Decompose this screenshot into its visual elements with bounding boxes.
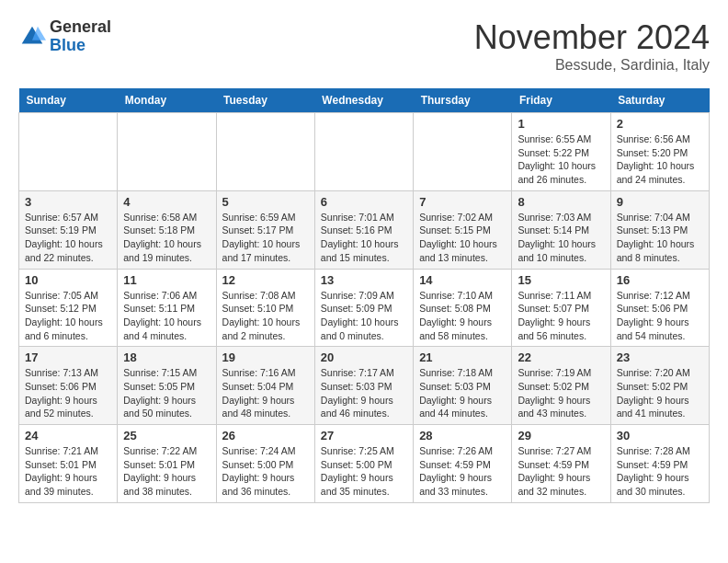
- calendar-cell: 23Sunrise: 7:20 AM Sunset: 5:02 PM Dayli…: [610, 347, 709, 425]
- weekday-header-thursday: Thursday: [414, 88, 512, 113]
- calendar-cell: 27Sunrise: 7:25 AM Sunset: 5:00 PM Dayli…: [314, 425, 413, 503]
- day-info: Sunrise: 7:10 AM Sunset: 5:08 PM Dayligh…: [419, 289, 506, 343]
- day-info: Sunrise: 7:17 AM Sunset: 5:03 PM Dayligh…: [321, 366, 407, 420]
- title-section: November 2024 Bessude, Sardinia, Italy: [474, 18, 710, 74]
- calendar-cell: 19Sunrise: 7:16 AM Sunset: 5:04 PM Dayli…: [216, 347, 314, 425]
- calendar-cell: 24Sunrise: 7:21 AM Sunset: 5:01 PM Dayli…: [19, 425, 118, 503]
- calendar-cell: 9Sunrise: 7:04 AM Sunset: 5:13 PM Daylig…: [610, 190, 709, 269]
- day-number: 23: [617, 350, 703, 364]
- calendar: SundayMondayTuesdayWednesdayThursdayFrid…: [18, 88, 710, 503]
- calendar-cell: 25Sunrise: 7:22 AM Sunset: 5:01 PM Dayli…: [118, 425, 216, 503]
- day-number: 19: [222, 350, 309, 364]
- calendar-cell: 15Sunrise: 7:11 AM Sunset: 5:07 PM Dayli…: [512, 269, 610, 347]
- weekday-header-saturday: Saturday: [610, 88, 709, 113]
- calendar-cell: 8Sunrise: 7:03 AM Sunset: 5:14 PM Daylig…: [512, 190, 610, 269]
- day-number: 5: [222, 195, 309, 209]
- calendar-cell: 20Sunrise: 7:17 AM Sunset: 5:03 PM Dayli…: [314, 347, 413, 425]
- day-number: 13: [321, 273, 407, 287]
- header: General Blue November 2024 Bessude, Sard…: [18, 18, 710, 74]
- day-info: Sunrise: 7:21 AM Sunset: 5:01 PM Dayligh…: [25, 444, 111, 499]
- day-number: 16: [617, 273, 703, 287]
- weekday-header-tuesday: Tuesday: [216, 88, 314, 113]
- day-info: Sunrise: 7:15 AM Sunset: 5:05 PM Dayligh…: [123, 366, 210, 420]
- day-number: 27: [321, 429, 407, 442]
- day-info: Sunrise: 7:20 AM Sunset: 5:02 PM Dayligh…: [617, 366, 703, 420]
- calendar-cell: [19, 113, 118, 191]
- logo-icon: [18, 23, 46, 51]
- weekday-header-friday: Friday: [512, 88, 610, 113]
- calendar-week-4: 17Sunrise: 7:13 AM Sunset: 5:06 PM Dayli…: [19, 347, 710, 425]
- day-number: 22: [518, 350, 604, 364]
- location: Bessude, Sardinia, Italy: [474, 57, 710, 74]
- calendar-cell: 5Sunrise: 6:59 AM Sunset: 5:17 PM Daylig…: [216, 190, 314, 269]
- day-number: 28: [419, 429, 506, 442]
- day-number: 14: [419, 273, 506, 287]
- calendar-cell: 14Sunrise: 7:10 AM Sunset: 5:08 PM Dayli…: [414, 269, 512, 347]
- calendar-cell: 21Sunrise: 7:18 AM Sunset: 5:03 PM Dayli…: [414, 347, 512, 425]
- day-number: 4: [123, 195, 210, 209]
- day-info: Sunrise: 7:09 AM Sunset: 5:09 PM Dayligh…: [321, 289, 407, 343]
- calendar-cell: 22Sunrise: 7:19 AM Sunset: 5:02 PM Dayli…: [512, 347, 610, 425]
- day-info: Sunrise: 6:56 AM Sunset: 5:20 PM Dayligh…: [617, 132, 703, 187]
- calendar-cell: 12Sunrise: 7:08 AM Sunset: 5:10 PM Dayli…: [216, 269, 314, 347]
- day-number: 3: [25, 195, 111, 209]
- day-info: Sunrise: 6:57 AM Sunset: 5:19 PM Dayligh…: [25, 211, 111, 265]
- day-number: 25: [123, 429, 210, 442]
- logo-blue-text: Blue: [50, 37, 111, 55]
- calendar-week-5: 24Sunrise: 7:21 AM Sunset: 5:01 PM Dayli…: [19, 425, 710, 503]
- calendar-week-1: 1Sunrise: 6:55 AM Sunset: 5:22 PM Daylig…: [19, 113, 710, 191]
- calendar-cell: [414, 113, 512, 191]
- calendar-cell: 6Sunrise: 7:01 AM Sunset: 5:16 PM Daylig…: [314, 190, 413, 269]
- calendar-cell: [216, 113, 314, 191]
- day-number: 8: [518, 195, 604, 209]
- calendar-cell: 29Sunrise: 7:27 AM Sunset: 4:59 PM Dayli…: [512, 425, 610, 503]
- day-number: 29: [518, 429, 604, 442]
- day-info: Sunrise: 7:26 AM Sunset: 4:59 PM Dayligh…: [419, 444, 506, 499]
- logo: General Blue: [18, 18, 111, 55]
- calendar-cell: 18Sunrise: 7:15 AM Sunset: 5:05 PM Dayli…: [118, 347, 216, 425]
- day-info: Sunrise: 7:12 AM Sunset: 5:06 PM Dayligh…: [617, 289, 703, 343]
- day-number: 1: [518, 117, 604, 131]
- weekday-header-monday: Monday: [118, 88, 216, 113]
- day-info: Sunrise: 7:18 AM Sunset: 5:03 PM Dayligh…: [419, 366, 506, 420]
- calendar-cell: 1Sunrise: 6:55 AM Sunset: 5:22 PM Daylig…: [512, 113, 610, 191]
- month-title: November 2024: [474, 18, 710, 57]
- day-info: Sunrise: 7:05 AM Sunset: 5:12 PM Dayligh…: [25, 289, 111, 343]
- day-number: 15: [518, 273, 604, 287]
- day-number: 2: [617, 117, 703, 131]
- calendar-week-2: 3Sunrise: 6:57 AM Sunset: 5:19 PM Daylig…: [19, 190, 710, 269]
- calendar-cell: 4Sunrise: 6:58 AM Sunset: 5:18 PM Daylig…: [118, 190, 216, 269]
- day-info: Sunrise: 7:22 AM Sunset: 5:01 PM Dayligh…: [123, 444, 210, 499]
- calendar-cell: 2Sunrise: 6:56 AM Sunset: 5:20 PM Daylig…: [610, 113, 709, 191]
- day-info: Sunrise: 7:06 AM Sunset: 5:11 PM Dayligh…: [123, 289, 210, 343]
- day-number: 30: [617, 429, 703, 442]
- day-number: 9: [617, 195, 703, 209]
- day-info: Sunrise: 7:16 AM Sunset: 5:04 PM Dayligh…: [222, 366, 309, 420]
- day-info: Sunrise: 7:25 AM Sunset: 5:00 PM Dayligh…: [321, 444, 407, 499]
- day-info: Sunrise: 6:55 AM Sunset: 5:22 PM Dayligh…: [518, 132, 604, 187]
- day-number: 11: [123, 273, 210, 287]
- calendar-cell: 26Sunrise: 7:24 AM Sunset: 5:00 PM Dayli…: [216, 425, 314, 503]
- day-info: Sunrise: 7:08 AM Sunset: 5:10 PM Dayligh…: [222, 289, 309, 343]
- day-info: Sunrise: 6:59 AM Sunset: 5:17 PM Dayligh…: [222, 211, 309, 265]
- calendar-cell: 30Sunrise: 7:28 AM Sunset: 4:59 PM Dayli…: [610, 425, 709, 503]
- day-info: Sunrise: 7:02 AM Sunset: 5:15 PM Dayligh…: [419, 211, 506, 265]
- calendar-cell: 7Sunrise: 7:02 AM Sunset: 5:15 PM Daylig…: [414, 190, 512, 269]
- logo-general-text: General: [50, 18, 111, 37]
- day-info: Sunrise: 7:28 AM Sunset: 4:59 PM Dayligh…: [617, 444, 703, 499]
- calendar-cell: [118, 113, 216, 191]
- calendar-cell: 13Sunrise: 7:09 AM Sunset: 5:09 PM Dayli…: [314, 269, 413, 347]
- day-number: 24: [25, 429, 111, 442]
- day-info: Sunrise: 7:03 AM Sunset: 5:14 PM Dayligh…: [518, 211, 604, 265]
- day-info: Sunrise: 7:19 AM Sunset: 5:02 PM Dayligh…: [518, 366, 604, 420]
- day-info: Sunrise: 7:01 AM Sunset: 5:16 PM Dayligh…: [321, 211, 407, 265]
- calendar-cell: 16Sunrise: 7:12 AM Sunset: 5:06 PM Dayli…: [610, 269, 709, 347]
- day-info: Sunrise: 7:13 AM Sunset: 5:06 PM Dayligh…: [25, 366, 111, 420]
- day-number: 7: [419, 195, 506, 209]
- calendar-cell: 17Sunrise: 7:13 AM Sunset: 5:06 PM Dayli…: [19, 347, 118, 425]
- day-info: Sunrise: 7:27 AM Sunset: 4:59 PM Dayligh…: [518, 444, 604, 499]
- calendar-cell: 10Sunrise: 7:05 AM Sunset: 5:12 PM Dayli…: [19, 269, 118, 347]
- weekday-header-row: SundayMondayTuesdayWednesdayThursdayFrid…: [19, 88, 710, 113]
- day-info: Sunrise: 7:24 AM Sunset: 5:00 PM Dayligh…: [222, 444, 309, 499]
- calendar-week-3: 10Sunrise: 7:05 AM Sunset: 5:12 PM Dayli…: [19, 269, 710, 347]
